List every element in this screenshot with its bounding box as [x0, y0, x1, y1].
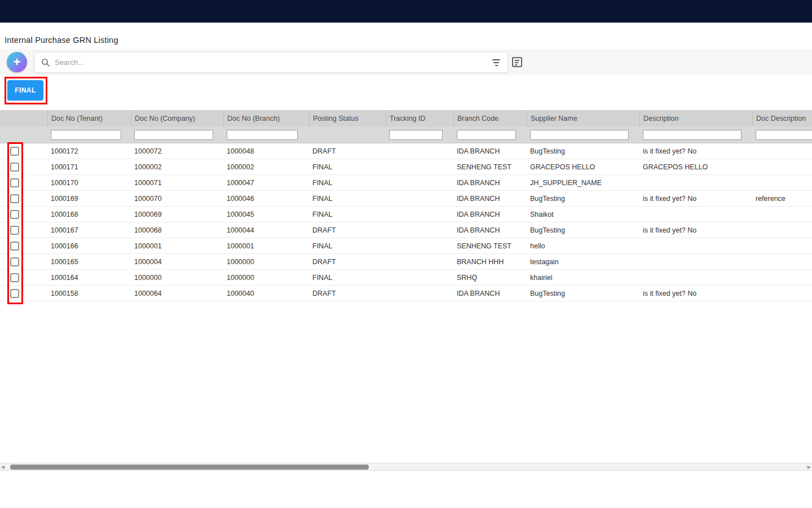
column-header-tracking-id[interactable]: Tracking ID	[386, 110, 453, 126]
add-button[interactable]: +	[7, 52, 27, 72]
cell-doc-no-tenant: 1000172	[47, 143, 131, 159]
row-checkbox[interactable]	[10, 242, 19, 251]
cell-description	[639, 175, 752, 190]
row-select-cell	[0, 254, 47, 269]
cell-doc-description	[752, 175, 812, 190]
cell-posting-status: DRAFT	[309, 143, 386, 159]
cell-doc-no-company: 1000070	[131, 191, 223, 206]
cell-doc-description	[752, 238, 812, 253]
filter-icon[interactable]	[492, 59, 501, 66]
cell-doc-no-tenant: 1000170	[47, 175, 131, 190]
table-row[interactable]: 100017110000021000002FINALSENHENG TESTGR…	[0, 159, 812, 175]
cell-supplier-name: BugTesting	[527, 286, 639, 301]
cell-branch-code: SRHQ	[453, 270, 527, 285]
row-select-cell	[0, 270, 47, 285]
filter-input-branch-code[interactable]	[457, 130, 516, 140]
table-row[interactable]: 100015810000641000040DRAFTIDA BRANCHBugT…	[0, 286, 812, 301]
filter-input-doc-no-branch[interactable]	[227, 130, 298, 140]
cell-description: is it fixed yet? No	[639, 143, 752, 159]
row-checkbox[interactable]	[10, 226, 19, 235]
row-checkbox[interactable]	[10, 163, 19, 172]
plus-icon: +	[14, 55, 21, 69]
cell-branch-code: BRANCH HHH	[453, 254, 527, 269]
filter-input-doc-description[interactable]	[756, 130, 812, 140]
column-header-select	[0, 110, 47, 126]
table-row[interactable]: 100016810000691000045FINALIDA BRANCHShai…	[0, 207, 812, 222]
cell-doc-description	[752, 286, 812, 301]
column-header-doc-description[interactable]: Doc Description	[752, 110, 812, 126]
column-header-posting-status[interactable]: Posting Status	[309, 110, 386, 126]
cell-doc-no-tenant: 1000158	[47, 286, 131, 301]
filter-cell-branch-code	[453, 126, 527, 143]
filter-input-description[interactable]	[643, 130, 742, 140]
row-checkbox[interactable]	[10, 194, 19, 203]
table-row[interactable]: 100016410000001000000FINALSRHQkhairiel	[0, 270, 812, 286]
cell-doc-no-branch: 1000045	[223, 207, 309, 222]
cell-branch-code: IDA BRANCH	[453, 175, 527, 190]
cell-doc-description	[752, 143, 812, 159]
cell-supplier-name: Shaikot	[527, 207, 639, 222]
table-row[interactable]: 100017210000721000048DRAFTIDA BRANCHBugT…	[0, 143, 812, 159]
cell-supplier-name: BugTesting	[527, 143, 639, 159]
filter-cell-posting-status	[309, 126, 386, 143]
cell-posting-status: FINAL	[309, 270, 386, 285]
row-checkbox[interactable]	[10, 178, 19, 187]
cell-doc-no-tenant: 1000165	[47, 254, 131, 269]
column-header-supplier-name[interactable]: Supplier Name	[527, 110, 639, 126]
filter-cell-doc-no-company	[131, 126, 223, 143]
row-checkbox[interactable]	[10, 273, 19, 282]
cell-doc-no-company: 1000002	[131, 159, 223, 174]
column-header-doc-no-company[interactable]: Doc No (Company)	[131, 110, 223, 126]
table-row[interactable]: 100016610000011000001FINALSENHENG TESThe…	[0, 238, 812, 254]
cell-posting-status: FINAL	[309, 207, 386, 222]
filter-cell-doc-description	[752, 126, 812, 143]
cell-doc-no-company: 1000000	[131, 270, 223, 285]
cell-doc-description	[752, 254, 812, 269]
cell-tracking-id	[386, 175, 453, 190]
cell-posting-status: FINAL	[309, 238, 386, 253]
cell-doc-no-branch: 1000044	[223, 222, 309, 238]
row-checkbox[interactable]	[10, 147, 19, 156]
cell-posting-status: FINAL	[309, 159, 386, 174]
scroll-right-icon[interactable]: ▶	[807, 465, 811, 470]
filter-input-supplier-name[interactable]	[530, 130, 629, 140]
row-checkbox[interactable]	[10, 289, 19, 298]
filter-cell-doc-no-tenant	[47, 126, 131, 143]
cell-supplier-name: JH_SUPPLIER_NAME	[527, 175, 639, 190]
row-checkbox[interactable]	[10, 210, 19, 219]
cell-description: is it fixed yet? No	[639, 191, 752, 206]
search-box[interactable]	[34, 52, 508, 73]
table-row[interactable]: 100017010000711000047FINALIDA BRANCHJH_S…	[0, 175, 812, 191]
cell-tracking-id	[386, 286, 453, 301]
table-row[interactable]: 100016510000041000000DRAFTBRANCH HHHtest…	[0, 254, 812, 270]
column-header-description[interactable]: Description	[639, 110, 752, 126]
cell-doc-no-tenant: 1000168	[47, 207, 131, 222]
column-header-branch-code[interactable]: Branch Code	[453, 110, 527, 126]
cell-posting-status: FINAL	[309, 191, 386, 206]
scroll-left-icon[interactable]: ◀	[1, 465, 5, 470]
filter-input-tracking-id[interactable]	[389, 130, 443, 140]
row-select-cell	[0, 143, 47, 159]
cell-doc-no-branch: 1000000	[223, 254, 309, 269]
row-checkbox[interactable]	[10, 257, 19, 266]
scrollbar-thumb[interactable]	[10, 465, 369, 470]
column-chooser-icon[interactable]	[511, 56, 523, 68]
cell-branch-code: IDA BRANCH	[453, 222, 527, 238]
final-button[interactable]: FINAL	[7, 80, 43, 100]
cell-doc-description: reference	[752, 191, 812, 206]
cell-tracking-id	[386, 270, 453, 285]
cell-tracking-id	[386, 222, 453, 238]
cell-tracking-id	[386, 254, 453, 269]
row-select-cell	[0, 238, 47, 253]
search-input[interactable]	[54, 58, 492, 67]
cell-branch-code: IDA BRANCH	[453, 207, 527, 222]
column-header-doc-no-tenant[interactable]: Doc No (Tenant)	[47, 110, 131, 126]
filter-input-doc-no-tenant[interactable]	[51, 130, 121, 140]
column-header-doc-no-branch[interactable]: Doc No (Branch)	[223, 110, 309, 126]
cell-doc-no-branch: 1000040	[223, 286, 309, 301]
horizontal-scrollbar[interactable]: ◀ ▶	[0, 463, 812, 471]
table-row[interactable]: 100016710000681000044DRAFTIDA BRANCHBugT…	[0, 222, 812, 238]
table-row[interactable]: 100016910000701000046FINALIDA BRANCHBugT…	[0, 191, 812, 207]
cell-tracking-id	[386, 207, 453, 222]
filter-input-doc-no-company[interactable]	[134, 130, 213, 140]
